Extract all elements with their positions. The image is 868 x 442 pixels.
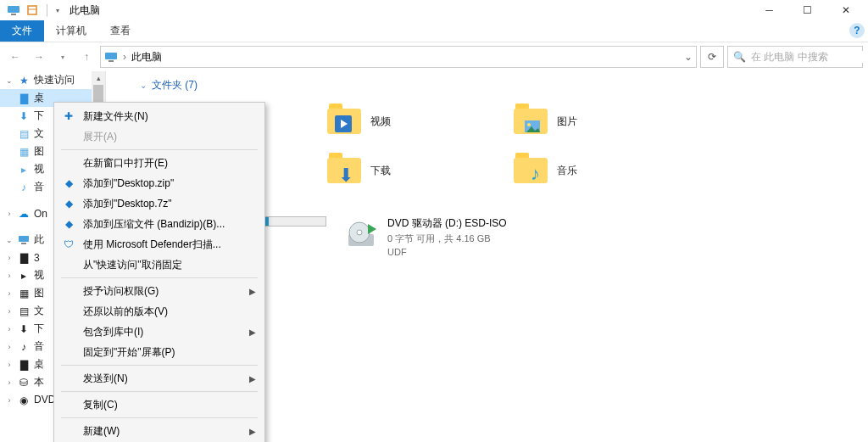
folder-icon: ▇ <box>17 251 31 265</box>
address-dropdown[interactable]: ⌄ <box>684 51 693 63</box>
document-icon: ▤ <box>17 127 31 141</box>
chevron-down-icon[interactable]: ⌄ <box>140 81 147 90</box>
nav-label: 此 <box>34 232 44 247</box>
back-button[interactable]: ← <box>5 47 25 67</box>
nav-label: 桌 <box>34 91 44 105</box>
cm-new-folder[interactable]: ✚新建文件夹(N) <box>54 106 264 126</box>
cm-label: 使用 Microsoft Defender扫描... <box>83 238 221 252</box>
ribbon-tabs: 文件 计算机 查看 ? <box>0 20 868 42</box>
nav-label: 音 <box>34 339 44 354</box>
folder-videos[interactable]: 视频 <box>326 99 504 143</box>
cm-label: 在新窗口中打开(E) <box>83 156 168 171</box>
cm-restore-previous[interactable]: 还原以前的版本(V) <box>54 301 264 322</box>
cm-new[interactable]: 新建(W)▶ <box>54 421 264 441</box>
download-icon: ⬇ <box>17 109 31 123</box>
close-button[interactable]: ✕ <box>826 0 865 20</box>
up-button[interactable]: ↑ <box>76 47 97 67</box>
music-icon: ♪ <box>17 181 31 194</box>
folder-icon: ⬇ <box>326 153 362 188</box>
nav-label: 图 <box>34 286 44 300</box>
qat-divider: │ <box>44 4 51 16</box>
cm-separator <box>61 391 258 392</box>
chevron-down-icon[interactable]: ⌄ <box>5 236 14 244</box>
search-input[interactable] <box>751 51 868 63</box>
properties-qat-icon[interactable] <box>25 3 39 17</box>
chevron-down-icon[interactable]: ⌄ <box>5 76 14 85</box>
nav-label: 下 <box>34 109 44 123</box>
nav-label: 本 <box>34 375 44 389</box>
folder-downloads[interactable]: ⬇ 下载 <box>326 148 504 193</box>
folder-label: 视频 <box>370 115 391 129</box>
cm-unpin-quickaccess[interactable]: 从"快速访问"取消固定 <box>54 255 264 275</box>
this-pc-icon <box>17 233 31 247</box>
disc-icon: ◉ <box>17 394 31 407</box>
document-icon: ▤ <box>17 305 31 318</box>
search-icon: 🔍 <box>733 51 746 63</box>
plus-icon: ✚ <box>61 110 76 122</box>
cm-pin-start[interactable]: 固定到"开始"屏幕(P) <box>54 342 264 362</box>
picture-icon: ▦ <box>17 145 31 159</box>
refresh-button[interactable]: ⟳ <box>700 46 724 68</box>
drive-dvd[interactable]: DVD 驱动器 (D:) ESD-ISO 0 字节 可用，共 4.16 GB U… <box>343 216 581 257</box>
cm-label: 新建文件夹(N) <box>83 109 148 124</box>
cm-add-zip[interactable]: ◆添加到"Desktop.zip" <box>54 173 264 193</box>
minimize-button[interactable]: ─ <box>750 0 788 20</box>
chevron-right-icon[interactable]: › <box>5 210 14 218</box>
nav-label: 3 <box>34 252 40 264</box>
cm-label: 展开(A) <box>83 130 117 144</box>
cm-include-library[interactable]: 包含到库中(I)▶ <box>54 322 264 342</box>
title-bar: │ ▾ 此电脑 ─ ☐ ✕ <box>0 0 868 20</box>
tab-view[interactable]: 查看 <box>98 20 142 42</box>
nav-label: 图 <box>34 144 44 159</box>
nav-quick-access[interactable]: ⌄ ★ 快速访问 <box>0 71 105 89</box>
scroll-up-icon[interactable]: ▴ <box>92 71 105 85</box>
folder-label: 音乐 <box>557 164 577 178</box>
cm-add-bandizip[interactable]: ◆添加到压缩文件 (Bandizip)(B)... <box>54 214 264 234</box>
video-icon: ▸ <box>17 163 31 176</box>
cm-label: 新建(W) <box>83 424 120 439</box>
svg-point-11 <box>527 123 531 126</box>
tab-computer[interactable]: 计算机 <box>44 20 98 42</box>
cm-grant-access[interactable]: 授予访问权限(G)▶ <box>54 281 264 301</box>
nav-label: 视 <box>34 162 44 176</box>
address-bar[interactable]: › 此电脑 ⌄ <box>100 46 697 68</box>
group-header-folders[interactable]: ⌄ 文件夹 (7) <box>140 78 860 92</box>
cm-label: 复制(C) <box>83 398 118 412</box>
this-pc-icon <box>104 50 118 64</box>
folder-music[interactable]: ♪ 音乐 <box>513 148 691 193</box>
cm-add-7z[interactable]: ◆添加到"Desktop.7z" <box>54 193 264 214</box>
cm-copy[interactable]: 复制(C) <box>54 394 264 415</box>
svg-marker-19 <box>368 224 376 234</box>
folder-pictures[interactable]: 图片 <box>513 99 691 143</box>
recent-dropdown[interactable]: ▾ <box>53 47 73 67</box>
folder-icon: ▇ <box>17 358 31 372</box>
tab-file[interactable]: 文件 <box>0 20 44 42</box>
address-segment[interactable]: 此电脑 <box>131 50 162 64</box>
nav-label: 下 <box>34 322 44 336</box>
help-icon[interactable]: ? <box>849 23 865 38</box>
maximize-button[interactable]: ☐ <box>788 0 826 20</box>
chevron-right-icon: ▶ <box>249 427 256 436</box>
download-icon: ⬇ <box>17 322 31 336</box>
disc-icon <box>343 216 379 252</box>
cm-separator <box>61 277 258 278</box>
qat-dropdown[interactable]: ▾ <box>56 7 59 14</box>
nav-label: 视 <box>34 268 44 283</box>
folder-icon: ♪ <box>513 153 548 188</box>
cm-send-to[interactable]: 发送到(N)▶ <box>54 368 264 389</box>
drive-label: DVD 驱动器 (D:) ESD-ISO <box>387 216 507 231</box>
svg-rect-0 <box>8 6 19 13</box>
chevron-right-icon[interactable]: › <box>123 51 126 63</box>
quick-access-toolbar: │ ▾ <box>3 3 59 17</box>
drive-fs: UDF <box>387 247 507 257</box>
chevron-right-icon: ▶ <box>249 287 256 296</box>
cm-expand: 展开(A) <box>54 126 264 147</box>
nav-label: 桌 <box>34 357 44 372</box>
cm-open-new-window[interactable]: 在新窗口中打开(E) <box>54 153 264 173</box>
cm-label: 授予访问权限(G) <box>83 284 159 299</box>
search-box[interactable]: 🔍 <box>727 46 863 68</box>
cm-defender-scan[interactable]: 🛡使用 Microsoft Defender扫描... <box>54 234 264 255</box>
video-icon: ▸ <box>17 269 31 283</box>
forward-button[interactable]: → <box>29 47 49 67</box>
nav-toolbar: ← → ▾ ↑ › 此电脑 ⌄ ⟳ 🔍 <box>0 42 868 71</box>
